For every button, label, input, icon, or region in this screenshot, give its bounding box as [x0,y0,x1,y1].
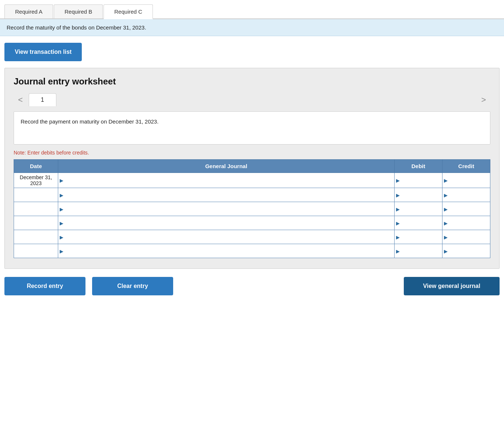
debit-input-1[interactable] [395,188,442,202]
date-cell-4 [14,230,58,244]
date-cell-5 [14,244,58,258]
journal-cell-2[interactable]: ▶ [58,202,395,216]
credit-cell-0[interactable]: ▶ [442,173,490,188]
page-navigation: < 1 > [14,93,490,106]
view-transaction-button[interactable]: View transaction list [4,43,82,61]
table-row: ▶▶▶ [14,230,490,244]
journal-cell-0[interactable]: ▶ [58,173,395,188]
col-header-date: Date [14,160,58,173]
clear-entry-button[interactable]: Clear entry [92,277,173,295]
prev-page-button[interactable]: < [14,94,27,105]
debit-input-5[interactable] [395,244,442,258]
journal-input-4[interactable] [58,230,394,244]
credit-input-1[interactable] [442,188,490,202]
date-cell-0: December 31,2023 [14,173,58,188]
credit-cell-3[interactable]: ▶ [442,216,490,230]
table-row: ▶▶▶ [14,188,490,202]
bottom-buttons: Record entry Clear entry View general jo… [4,277,500,295]
credit-cell-1[interactable]: ▶ [442,188,490,202]
debit-input-4[interactable] [395,230,442,244]
col-header-credit: Credit [442,160,490,173]
journal-input-2[interactable] [58,202,394,216]
table-row: ▶▶▶ [14,202,490,216]
debit-cell-3[interactable]: ▶ [395,216,442,230]
debit-cell-4[interactable]: ▶ [395,230,442,244]
table-row: December 31,2023▶▶▶ [14,173,490,188]
debit-cell-0[interactable]: ▶ [395,173,442,188]
col-header-debit: Debit [395,160,442,173]
journal-input-1[interactable] [58,188,394,202]
table-row: ▶▶▶ [14,244,490,258]
tabs-bar: Required A Required B Required C [0,0,504,19]
note-warning: Note: Enter debits before credits. [14,150,490,156]
journal-input-5[interactable] [58,244,394,258]
tab-required-b[interactable]: Required B [54,4,103,18]
worksheet-title: Journal entry worksheet [14,76,490,87]
debit-input-3[interactable] [395,216,442,230]
credit-input-4[interactable] [442,230,490,244]
tab-required-a[interactable]: Required A [4,4,53,18]
debit-input-0[interactable] [395,173,442,188]
instruction-bar: Record the maturity of the bonds on Dece… [0,19,504,36]
journal-cell-5[interactable]: ▶ [58,244,395,258]
view-general-journal-button[interactable]: View general journal [404,277,500,295]
worksheet-container: Journal entry worksheet < 1 > Record the… [4,68,500,269]
col-header-journal: General Journal [58,160,395,173]
credit-input-2[interactable] [442,202,490,216]
record-entry-button[interactable]: Record entry [4,277,85,295]
date-cell-1 [14,188,58,202]
current-page-tab: 1 [29,93,56,106]
journal-table: Date General Journal Debit Credit Decemb… [14,159,490,258]
credit-cell-2[interactable]: ▶ [442,202,490,216]
credit-cell-4[interactable]: ▶ [442,230,490,244]
credit-input-5[interactable] [442,244,490,258]
tab-required-c[interactable]: Required C [104,4,153,19]
credit-cell-5[interactable]: ▶ [442,244,490,258]
date-cell-2 [14,202,58,216]
credit-input-3[interactable] [442,216,490,230]
credit-input-0[interactable] [442,173,490,188]
debit-cell-2[interactable]: ▶ [395,202,442,216]
journal-input-3[interactable] [58,216,394,230]
journal-cell-1[interactable]: ▶ [58,188,395,202]
table-header-row: Date General Journal Debit Credit [14,160,490,173]
debit-cell-1[interactable]: ▶ [395,188,442,202]
table-row: ▶▶▶ [14,216,490,230]
journal-cell-4[interactable]: ▶ [58,230,395,244]
journal-cell-3[interactable]: ▶ [58,216,395,230]
debit-input-2[interactable] [395,202,442,216]
debit-cell-5[interactable]: ▶ [395,244,442,258]
next-page-button[interactable]: > [477,94,490,105]
journal-input-0[interactable] [58,173,394,188]
date-cell-3 [14,216,58,230]
note-box: Record the payment on maturity on Decemb… [14,111,490,145]
